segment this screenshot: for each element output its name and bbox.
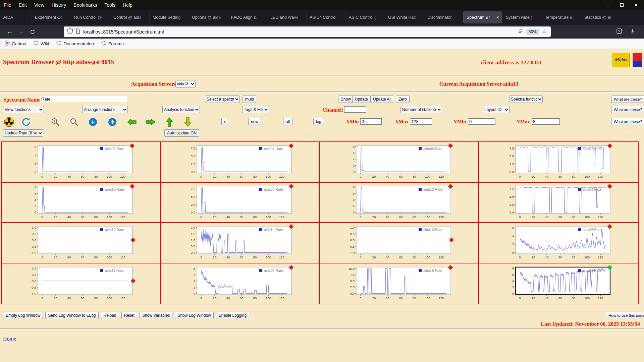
xmax-input[interactable]: [410, 118, 432, 125]
zoom-in-icon[interactable]: [51, 118, 60, 126]
arrow-down-icon[interactable]: [184, 117, 192, 127]
number-of-galleries-dropdown[interactable]: Number of Galleries: [400, 106, 442, 113]
tab-system-wide[interactable]: System wide (: [502, 11, 541, 23]
spectrum-cell-aida03[interactable]: 0204060801001200.02.55.07.5aida03 Rate: [161, 183, 320, 223]
update-all-button[interactable]: Update All: [370, 96, 394, 103]
tab-led-and-wave[interactable]: LED and Wave: [267, 11, 306, 23]
forward-button[interactable]: →: [15, 27, 27, 37]
home-link[interactable]: Home: [3, 336, 16, 342]
spectrum-cell-aida16[interactable]: 0204060801001200.02.55.07.510.0aida16 Ra…: [320, 263, 479, 304]
bookmark-wiki[interactable]: Wiki: [34, 41, 49, 47]
midas-logo[interactable]: Midas: [612, 53, 630, 67]
reader-mode-icon[interactable]: [518, 29, 523, 35]
spectrum-cell-aida06[interactable]: 0204060801001200246aida06 Rate: [479, 223, 638, 263]
back-button[interactable]: ←: [4, 27, 15, 37]
zoom-level-badge[interactable]: 80%: [526, 29, 539, 35]
update-button[interactable]: Update: [352, 96, 371, 103]
maximize-button[interactable]: [620, 3, 624, 7]
bookmark-centos[interactable]: Centos: [5, 41, 26, 47]
menu-bookmarks[interactable]: Bookmarks: [70, 2, 101, 8]
tab-options-aida[interactable]: Options @ aida: [189, 11, 227, 23]
spectrum-cell-aida13[interactable]: 020406080100120-1.0-0.50.00.51.0aida13 R…: [320, 223, 479, 263]
spectrum-cell-aida10[interactable]: 020406080100120-1.0-0.50.00.51.0aida10 R…: [2, 223, 161, 263]
spectrum-cell-aida07[interactable]: 02040608010012001234aida07 Rate: [161, 263, 320, 304]
refresh-icon[interactable]: [21, 117, 31, 127]
ymax-input[interactable]: [532, 118, 560, 125]
tab-temperature-a[interactable]: Temperature a: [542, 11, 581, 23]
expand-y-icon[interactable]: [89, 118, 97, 126]
arrow-right-icon[interactable]: [146, 118, 156, 126]
url-bar[interactable]: localhost:8015/Spectrum/Spectrum.tml 80%…: [64, 26, 551, 37]
tab-spectrum-br[interactable]: Spectrum Br×: [463, 11, 502, 23]
new-button[interactable]: new: [248, 118, 261, 125]
show-variables-button[interactable]: Show Variables: [140, 312, 173, 319]
channel-input[interactable]: [344, 106, 366, 113]
tab-asic-control[interactable]: ASIC Control (: [345, 11, 384, 23]
bookmark-forums[interactable]: Forums: [101, 41, 124, 47]
analysis-functions-dropdown[interactable]: Analysis functions: [162, 106, 200, 113]
spectra-functions-dropdown[interactable]: Spectra functions: [509, 96, 543, 103]
spectrum-cell-aida11[interactable]: 020406080100120-1.0-0.50.00.51.0aida11 R…: [2, 263, 161, 304]
page-info-icon[interactable]: [76, 28, 80, 35]
select-spectrum-dropdown[interactable]: Select a spectrum: [205, 96, 240, 103]
menu-tools[interactable]: Tools: [101, 2, 119, 8]
tab-asic4-control[interactable]: ASIC4 Control: [306, 11, 345, 23]
auto-update-button[interactable]: Auto Update ON: [164, 129, 199, 137]
tab-statistics-ai[interactable]: Statistics @ ai: [581, 11, 620, 23]
tab-run-control[interactable]: Run Control @: [71, 11, 110, 23]
radiation-icon[interactable]: [4, 117, 14, 127]
empty-log-window-button[interactable]: Empty Log Window: [3, 312, 43, 319]
enable-logging-button[interactable]: Enable Logging: [216, 312, 249, 319]
log-button[interactable]: log: [313, 118, 324, 125]
downloads-icon[interactable]: [630, 28, 635, 35]
all-button[interactable]: all: [283, 118, 292, 125]
ymin-input[interactable]: [468, 118, 495, 125]
close-button[interactable]: [634, 3, 638, 7]
menu-edit[interactable]: Edit: [15, 2, 31, 8]
arrow-up-icon[interactable]: [166, 117, 173, 127]
tab-close-icon[interactable]: ×: [496, 15, 499, 20]
multi-button[interactable]: multi: [243, 96, 256, 103]
send-log-window-to-elog-button[interactable]: Send Log Window to ELog: [45, 312, 98, 319]
show-log-window-button[interactable]: Show Log Window: [175, 312, 213, 319]
url-text[interactable]: localhost:8015/Spectrum/Spectrum.tml: [83, 29, 515, 35]
acquisition-server-select[interactable]: aida13: [175, 80, 196, 87]
spectrum-cell-aida14[interactable]: 0204060801001200.00.51.01.52.0aida14 Rat…: [161, 223, 320, 263]
spectrum-cell-aida08[interactable]: 02040608010012002468aida08 Rate: [479, 263, 638, 304]
tab-discriminator[interactable]: Discriminator: [424, 11, 463, 23]
bookmark-star-icon[interactable]: ☆: [542, 29, 547, 35]
tags-fits-dropdown[interactable]: Tags & Fits: [242, 106, 269, 113]
zero-button[interactable]: Zero: [396, 96, 410, 103]
reload-button[interactable]: Reload: [101, 312, 119, 319]
spectrum-name-input[interactable]: [40, 96, 127, 102]
spectrum-cell-aida02[interactable]: 0204060801001200.02.55.07.5aida02 Rate: [479, 142, 638, 183]
compress-y-icon[interactable]: [108, 118, 117, 126]
spectrum-cell-aida05[interactable]: 02040608010012002468aida05 Rate: [320, 142, 479, 183]
x-button[interactable]: x: [221, 118, 228, 125]
spectrum-cell-aida04[interactable]: 0204060801001200.02.55.07.5aida04 Rate: [479, 183, 638, 223]
bookmark-documentation[interactable]: Documentation: [56, 41, 94, 47]
reload-button[interactable]: [27, 27, 38, 37]
menu-view[interactable]: View: [31, 2, 48, 8]
tab-experiment-co[interactable]: Experiment Co: [32, 11, 70, 23]
experiment-logo[interactable]: [633, 53, 642, 67]
what-are-these-button-2[interactable]: What are these?: [611, 106, 644, 113]
how-to-use-button[interactable]: How to use this page: [606, 312, 644, 319]
show-button[interactable]: Show: [338, 96, 354, 103]
shield-icon[interactable]: [67, 28, 73, 36]
save-to-pocket-icon[interactable]: [616, 28, 622, 35]
minimize-button[interactable]: [606, 3, 610, 7]
arrow-left-icon[interactable]: [127, 118, 137, 126]
tab-aida[interactable]: AIDA: [0, 11, 31, 23]
xmin-input[interactable]: [360, 118, 382, 125]
spectrum-cell-aida12[interactable]: 02040608010012002468aida12 Rate: [320, 183, 479, 223]
what-are-these-button-1[interactable]: What are these?: [611, 96, 644, 103]
menu-history[interactable]: History: [48, 2, 70, 8]
menu-help[interactable]: Help: [119, 2, 136, 8]
view-functions-dropdown[interactable]: View functions: [3, 106, 44, 113]
reset-button[interactable]: Reset: [121, 312, 137, 319]
tab-control-aida[interactable]: Control @ aida: [110, 11, 149, 23]
spectrum-cell-aida09[interactable]: 0204060801001200246aida09 Rate: [2, 142, 161, 183]
tab-fadc-align[interactable]: FADC Align &: [228, 11, 267, 23]
spectrum-cell-aida01[interactable]: 0204060801001200.02.55.07.5aida01 Rate: [161, 142, 320, 183]
